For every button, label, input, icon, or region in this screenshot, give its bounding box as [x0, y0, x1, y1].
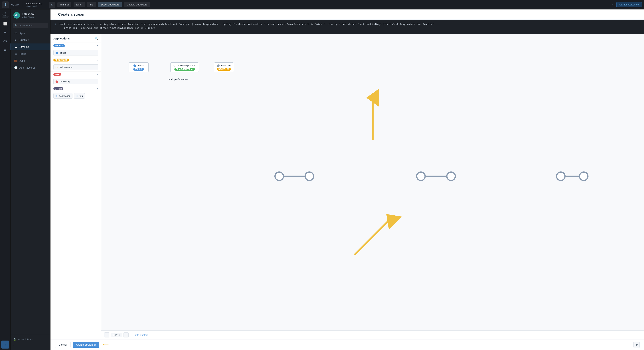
nav-items: 🏷 Apps ▶ Runtime ☁ Streams ☰ Tasks 💼 Job…	[10, 30, 50, 334]
brake-temp-node[interactable]: ⬡ brake-temperature BRAKE-TEMPERA...	[170, 62, 199, 72]
terminal-btn[interactable]: Terminal	[58, 2, 71, 7]
grafana-dashboard-btn[interactable]: Grafana Dashboard	[124, 2, 150, 7]
sink-section: SINK ▾ ⬤ brake-log	[50, 72, 101, 86]
tasks-icon: ☰	[14, 52, 18, 56]
fit-content-btn[interactable]: Fit to Content	[132, 333, 150, 337]
code-icon-btn[interactable]: </>	[1, 37, 9, 45]
editor-btn[interactable]: Editor	[74, 2, 85, 7]
brake-log-node[interactable]: ⬤ brake-log BRAKE-LOG	[214, 62, 234, 72]
brake-log-icon: ⬤	[56, 80, 58, 83]
follow-presenter-btn[interactable]: ⊞ Followpresenter	[1, 11, 9, 19]
destination-icon: ⊞	[56, 94, 58, 97]
search-icon: 🔍	[14, 24, 18, 27]
page-header: ‹ Create a stream	[50, 10, 644, 20]
applications-panel: Applications 🔍 SOURCE ▾ ⬤ trucks	[50, 34, 101, 339]
sink-section-header[interactable]: SINK ▾	[50, 72, 101, 77]
brake-temp-node-name: brake-temperature	[177, 64, 196, 67]
destination-app-item[interactable]: ⊞ destination	[54, 93, 72, 99]
brake-log-app-item[interactable]: ⬤ brake-log	[54, 79, 98, 84]
content-area: ‹ Create a stream 1 truck-performance = …	[50, 10, 644, 350]
about-docs-link[interactable]: 🍃 About & Docs	[14, 336, 48, 342]
code-content[interactable]: truck-performance = trucks --spring.clou…	[58, 23, 640, 31]
processor-section-header[interactable]: PROCESSOR ▾	[50, 57, 101, 63]
desktop-icon-btn[interactable]: ⬜	[1, 20, 9, 28]
tap-label: tap	[80, 95, 83, 97]
zoom-level-selector[interactable]: 100% ▾	[111, 333, 122, 337]
toolbar-divider	[130, 333, 130, 337]
create-streams-button[interactable]: Create Stream(s)	[73, 342, 99, 348]
svg-point-2	[305, 172, 314, 181]
sidebar-item-tasks[interactable]: ☰ Tasks	[10, 50, 50, 57]
sidebar-item-jobs[interactable]: 💼 Jobs	[10, 57, 50, 64]
brake-temp-icon: ⬡	[56, 66, 58, 69]
apps-panel-title: Applications	[54, 37, 70, 40]
vm-status: status: ready	[26, 5, 42, 7]
source-section-header[interactable]: SOURCE ▾	[50, 43, 101, 49]
collapse-btn[interactable]: ‹	[14, 342, 48, 348]
nav-header: 🌊 Lab View Virtual Machine	[10, 10, 50, 21]
cancel-button[interactable]: Cancel	[55, 342, 70, 348]
trucks-node-name: trucks	[138, 64, 144, 67]
sidebar-item-streams[interactable]: ☁ Streams	[10, 44, 50, 50]
sidebar-item-runtime[interactable]: ▶ Runtime	[10, 37, 50, 44]
stream-name-label: truck-performance	[168, 78, 188, 81]
sidebar-item-apps[interactable]: 🏷 Apps	[10, 30, 50, 37]
trucks-node[interactable]: ⬤ trucks TRUCKS	[128, 62, 148, 72]
git-icon-btn[interactable]: ⇄	[1, 46, 9, 54]
presenter-icon: ⊞	[4, 12, 6, 14]
edit-icon-btn[interactable]: ✏	[1, 28, 9, 36]
line-number: 1	[55, 23, 56, 31]
canvas-area: ⬤ trucks TRUCKS ⬡ brake-temperature BRAK…	[101, 34, 644, 339]
settings-icon-btn[interactable]: ⚙	[49, 2, 55, 8]
scdf-dashboard-btn[interactable]: SCDF Dashboard	[98, 2, 122, 7]
jobs-icon: 💼	[14, 59, 18, 62]
zoom-value: 100%	[112, 334, 118, 336]
refresh-button[interactable]: ↻	[634, 342, 640, 348]
upload-icon-btn[interactable]: ↑	[1, 340, 9, 348]
trucks-app-item[interactable]: ⬤ trucks	[54, 50, 98, 56]
zoom-chevron-icon: ▾	[119, 334, 120, 336]
call-assistance-btn[interactable]: Call for assistance	[616, 2, 642, 7]
sidebar-item-label: Runtime	[20, 39, 29, 42]
brake-temp-app-item[interactable]: ⬡ brake-tempe...	[54, 64, 98, 70]
zoom-out-btn[interactable]: −	[104, 332, 109, 337]
tap-app-item[interactable]: ⊞ tap	[74, 93, 85, 99]
source-chevron-icon: ▾	[97, 44, 98, 47]
apps-icon: 🏷	[14, 32, 18, 35]
sidebar-item-label: Apps	[20, 32, 25, 35]
app-logo: S	[2, 2, 9, 8]
zoom-in-btn[interactable]: +	[124, 332, 128, 337]
processor-items: ⬡ brake-tempe...	[50, 63, 101, 71]
page-title: Create a stream	[58, 12, 85, 17]
other-section-header[interactable]: OTHER ▾	[50, 86, 101, 92]
back-button[interactable]: ‹	[55, 13, 56, 16]
apps-search-icon[interactable]: 🔍	[95, 37, 98, 40]
other-items: ⊞ destination ⊞ tap	[50, 92, 101, 100]
quick-search[interactable]: 🔍 Quick Search	[13, 23, 48, 28]
trucks-label: trucks	[60, 52, 66, 54]
dots-icon-btn[interactable]: ···	[1, 55, 9, 63]
canvas-content[interactable]: ⬤ trucks TRUCKS ⬡ brake-temperature BRAK…	[101, 34, 644, 330]
brake-log-node-name: brake-log	[221, 64, 231, 67]
create-arrow-icon: ⟵	[103, 342, 109, 347]
collapse-icon: ‹	[14, 344, 14, 346]
brake-log-label: brake-log	[60, 80, 70, 83]
svg-point-7	[557, 172, 565, 181]
other-chevron-icon: ▾	[97, 88, 98, 90]
vm-name: Virtual Machine	[26, 2, 42, 5]
svg-point-5	[447, 172, 455, 181]
brake-temp-node-icon: ⬡	[173, 64, 175, 67]
leaf-icon: 🍃	[14, 338, 16, 341]
nav-title: Lab View	[22, 13, 36, 16]
ide-btn[interactable]: IDE	[87, 2, 96, 7]
sidebar-item-audit-records[interactable]: 🕐 Audit Records	[10, 64, 50, 71]
runtime-icon: ▶	[14, 38, 18, 42]
main-area: ⊞ Followpresenter ⬜ ✏ </> ⇄ ··· ↑ 🌊 Lab …	[0, 10, 644, 350]
brake-temp-node-badge: BRAKE-TEMPERA...	[174, 68, 195, 71]
bottom-section: Applications 🔍 SOURCE ▾ ⬤ trucks	[50, 34, 644, 339]
trucks-node-icon: ⬤	[133, 64, 136, 67]
topbar: S My Lab Virtual Machine status: ready ⚙…	[0, 0, 644, 10]
processor-badge: PROCESSOR	[54, 59, 69, 62]
external-link-icon[interactable]: ↗	[610, 3, 613, 6]
code-editor[interactable]: 1 truck-performance = trucks --spring.cl…	[50, 20, 644, 34]
